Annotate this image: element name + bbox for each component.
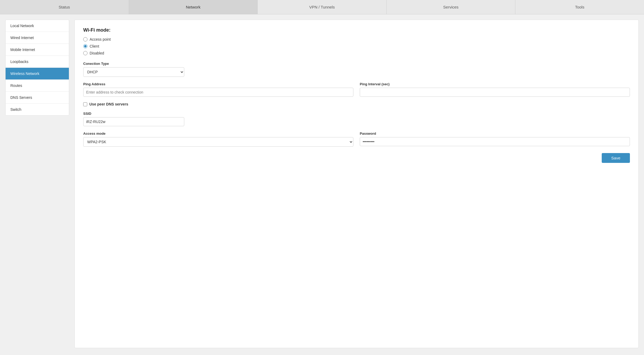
radio-client-input[interactable] xyxy=(83,44,87,48)
ping-row: Ping Address Ping Interval (sec) xyxy=(83,82,630,97)
tab-network[interactable]: Network xyxy=(129,0,258,14)
ssid-section: SSID xyxy=(83,112,630,126)
radio-access-point-label: Access point xyxy=(90,37,111,41)
tab-services[interactable]: Services xyxy=(387,0,516,14)
ping-address-field: Ping Address xyxy=(83,82,353,97)
connection-type-section: Conection Type DHCP Static PPPoE xyxy=(83,62,630,77)
sidebar-item-loopbacks[interactable]: Loopbacks xyxy=(6,56,69,68)
access-mode-select[interactable]: WPA2-PSK WPA-PSK Open xyxy=(83,137,353,147)
radio-access-point-input[interactable] xyxy=(83,37,87,41)
radio-disabled-label: Disabled xyxy=(90,51,104,55)
wifi-mode-radio-group: Access point Client Disabled xyxy=(83,37,630,55)
radio-client[interactable]: Client xyxy=(83,44,630,48)
radio-access-point[interactable]: Access point xyxy=(83,37,630,41)
sidebar-item-dns-servers[interactable]: DNS Servers xyxy=(6,92,69,104)
radio-disabled-input[interactable] xyxy=(83,51,87,55)
ping-address-input[interactable] xyxy=(83,88,353,97)
access-password-row: Access mode WPA2-PSK WPA-PSK Open Passwo… xyxy=(83,132,630,147)
sidebar-item-mobile-internet[interactable]: Mobile Internet xyxy=(6,44,69,56)
tab-status[interactable]: Status xyxy=(0,0,129,14)
top-nav: Status Network VPN / Tunnels Services To… xyxy=(0,0,644,14)
password-label: Password xyxy=(360,132,630,136)
peer-dns-row: Use peer DNS servers xyxy=(83,102,630,106)
access-mode-field: Access mode WPA2-PSK WPA-PSK Open xyxy=(83,132,353,147)
ping-interval-input[interactable] xyxy=(360,88,630,97)
main-layout: Local Network Wired Internet Mobile Inte… xyxy=(0,14,644,353)
radio-disabled[interactable]: Disabled xyxy=(83,51,630,55)
sidebar: Local Network Wired Internet Mobile Inte… xyxy=(5,20,69,116)
connection-type-label: Conection Type xyxy=(83,62,630,66)
sidebar-item-switch[interactable]: Switch xyxy=(6,104,69,115)
bottom-row: Save xyxy=(83,153,630,163)
sidebar-item-local-network[interactable]: Local Network xyxy=(6,20,69,32)
access-mode-label: Access mode xyxy=(83,132,353,136)
password-input[interactable] xyxy=(360,137,630,146)
content-panel: Wi-Fi mode: Access point Client Disabled… xyxy=(74,20,639,348)
ssid-label: SSID xyxy=(83,112,630,116)
sidebar-item-routes[interactable]: Routes xyxy=(6,80,69,92)
ping-interval-field: Ping Interval (sec) xyxy=(360,82,630,97)
ping-interval-label: Ping Interval (sec) xyxy=(360,82,630,86)
tab-tools[interactable]: Tools xyxy=(515,0,644,14)
peer-dns-checkbox[interactable] xyxy=(83,102,87,106)
sidebar-item-wired-internet[interactable]: Wired Internet xyxy=(6,32,69,44)
password-field: Password xyxy=(360,132,630,147)
peer-dns-label[interactable]: Use peer DNS servers xyxy=(89,102,128,106)
ping-address-label: Ping Address xyxy=(83,82,353,86)
sidebar-item-wireless-network[interactable]: Wireless Network xyxy=(6,68,69,80)
tab-vpn[interactable]: VPN / Tunnels xyxy=(258,0,387,14)
wifi-mode-section: Wi-Fi mode: Access point Client Disabled xyxy=(83,27,630,55)
ssid-input[interactable] xyxy=(83,117,184,126)
wifi-mode-title: Wi-Fi mode: xyxy=(83,27,630,33)
radio-client-label: Client xyxy=(90,44,99,48)
connection-type-select[interactable]: DHCP Static PPPoE xyxy=(83,67,184,77)
save-button[interactable]: Save xyxy=(602,153,630,163)
